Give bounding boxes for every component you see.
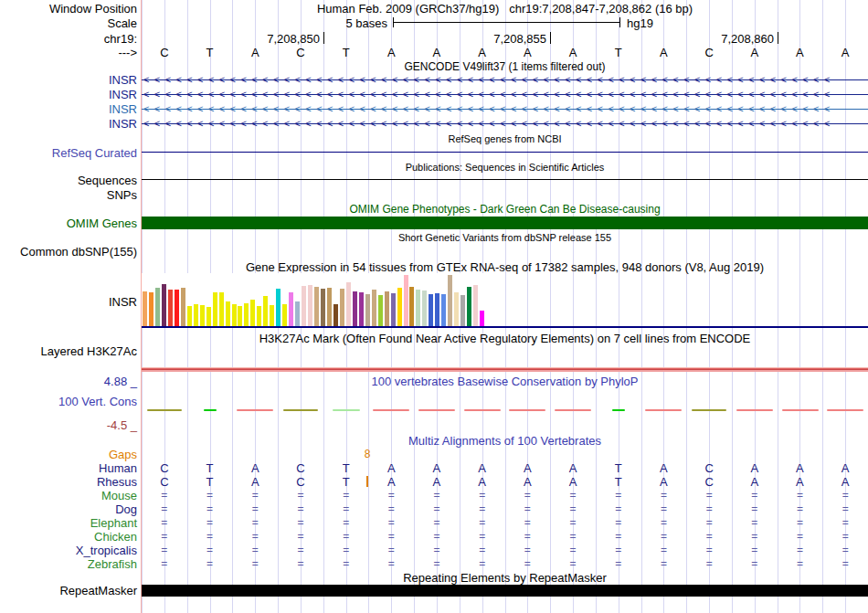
gtex-bar[interactable] — [308, 285, 312, 326]
gtex-bar[interactable] — [175, 290, 179, 326]
gtex-bar[interactable] — [143, 291, 147, 326]
multiz-gap-mark: = — [641, 502, 687, 516]
gtex-bar[interactable] — [429, 294, 433, 326]
h3k27ac-signal-band[interactable] — [142, 367, 868, 372]
gtex-bar[interactable] — [238, 306, 242, 326]
multiz-gap-mark: = — [550, 530, 596, 544]
phylop-track-label[interactable]: 100 Vert. Cons — [58, 395, 137, 408]
gencode-gene-row[interactable]: <<<<<<<<<<<<<<<<<<<<<<<<<<<<<<<<<<<<<<<<… — [142, 73, 868, 87]
gtex-bar[interactable] — [232, 304, 237, 326]
gtex-bar[interactable] — [289, 292, 293, 326]
gtex-bar[interactable] — [282, 304, 287, 326]
gtex-bar[interactable] — [333, 304, 338, 326]
multiz-gap-mark: = — [596, 530, 641, 544]
gtex-bar[interactable] — [385, 291, 389, 326]
gtex-bar[interactable] — [321, 289, 325, 326]
gencode-gene-row[interactable]: <<<<<<<<<<<<<<<<<<<<<<<<<<<<<<<<<<<<<<<<… — [142, 102, 868, 116]
gtex-bar[interactable] — [353, 291, 357, 326]
snps-track-label[interactable]: SNPs — [107, 188, 137, 202]
gtex-bar[interactable] — [250, 300, 255, 326]
gtex-bar[interactable] — [155, 288, 160, 326]
multiz-gaps-label[interactable]: Gaps — [109, 448, 137, 461]
h3k27ac-track-label[interactable]: Layered H3K27Ac — [40, 344, 137, 358]
gtex-bar[interactable] — [314, 287, 319, 326]
gtex-bar[interactable] — [346, 282, 351, 326]
multiz-species-label-dog[interactable]: Dog — [115, 502, 137, 516]
gtex-bar[interactable] — [200, 305, 205, 326]
gencode-gene-label[interactable]: INSR — [109, 102, 137, 116]
gencode-gene-row[interactable]: <<<<<<<<<<<<<<<<<<<<<<<<<<<<<<<<<<<<<<<<… — [142, 88, 868, 101]
dbsnp-track-label[interactable]: Common dbSNP(155) — [20, 245, 137, 259]
gtex-bar[interactable] — [460, 295, 465, 326]
gencode-gene-row[interactable]: <<<<<<<<<<<<<<<<<<<<<<<<<<<<<<<<<<<<<<<<… — [142, 117, 868, 131]
gtex-bar[interactable] — [181, 288, 185, 326]
gencode-gene-label[interactable]: INSR — [109, 117, 137, 131]
refseq-gene-line[interactable] — [142, 152, 868, 153]
multiz-aligned-base: A — [368, 461, 414, 475]
gtex-gene-label[interactable]: INSR — [109, 295, 137, 309]
gtex-bar[interactable] — [365, 294, 370, 326]
gtex-bar[interactable] — [480, 311, 484, 326]
gtex-bar[interactable] — [404, 275, 408, 326]
reference-base: A — [778, 46, 823, 59]
omim-genes-track-label[interactable]: OMIM Genes — [67, 217, 137, 230]
repeatmasker-element-bar[interactable] — [142, 585, 868, 597]
gtex-bar[interactable] — [206, 307, 211, 326]
multiz-species-label-mouse[interactable]: Mouse — [101, 489, 137, 502]
gtex-bar[interactable] — [391, 293, 396, 326]
gtex-bar[interactable] — [257, 306, 261, 326]
gencode-gene-label[interactable]: INSR — [109, 73, 137, 87]
gtex-bar[interactable] — [378, 295, 383, 326]
multiz-species-label-zebrafish[interactable]: Zebrafish — [88, 557, 137, 571]
gtex-bar[interactable] — [359, 292, 364, 326]
gtex-bar[interactable] — [244, 303, 249, 326]
gtex-bar[interactable] — [276, 289, 281, 326]
multiz-gap-mark: = — [460, 516, 505, 530]
gtex-bar[interactable] — [226, 301, 230, 326]
gtex-bar[interactable] — [270, 305, 274, 326]
gtex-bar[interactable] — [448, 275, 452, 326]
reference-base: A — [550, 46, 596, 59]
sequences-line[interactable] — [142, 179, 868, 180]
gtex-bar[interactable] — [372, 290, 376, 326]
gtex-bar[interactable] — [187, 306, 192, 326]
multiz-species-label-elephant[interactable]: Elephant — [90, 516, 137, 530]
gtex-bar[interactable] — [441, 294, 446, 326]
gtex-bar[interactable] — [473, 285, 478, 326]
gtex-bar[interactable] — [454, 292, 459, 326]
multiz-gap-mark: = — [778, 489, 823, 502]
gtex-bar[interactable] — [340, 289, 344, 326]
multiz-species-label-human[interactable]: Human — [99, 461, 137, 475]
gtex-bar[interactable] — [219, 292, 224, 326]
refseq-curated-track-label[interactable]: RefSeq Curated — [52, 146, 137, 160]
gtex-bar[interactable] — [409, 287, 414, 326]
gtex-bar[interactable] — [194, 304, 198, 326]
gtex-bar[interactable] — [397, 288, 402, 326]
gtex-bar[interactable] — [162, 284, 166, 326]
gencode-gene-label[interactable]: INSR — [109, 88, 137, 101]
multiz-gap-mark: = — [686, 516, 732, 530]
sequences-track-label[interactable]: Sequences — [78, 174, 137, 187]
gtex-bar[interactable] — [263, 296, 268, 326]
gtex-bar[interactable] — [422, 291, 427, 326]
multiz-aligned-base: A — [232, 461, 278, 475]
gtex-bar[interactable] — [295, 301, 300, 326]
multiz-gap-mark: = — [641, 544, 687, 557]
omim-gene-bar[interactable] — [142, 217, 868, 229]
gtex-bar[interactable] — [168, 290, 173, 326]
gtex-bar[interactable] — [302, 286, 306, 326]
repeatmasker-track-label[interactable]: RepeatMasker — [59, 584, 137, 597]
gencode-track-title: GENCODE V49lift37 (1 items filtered out) — [142, 60, 868, 74]
dbsnp-track-title: Short Genetic Variants from dbSNP releas… — [142, 231, 868, 245]
multiz-species-label-chicken[interactable]: Chicken — [94, 530, 137, 544]
gtex-bar[interactable] — [435, 293, 439, 326]
gtex-bar[interactable] — [149, 292, 153, 326]
gtex-bar[interactable] — [467, 287, 471, 326]
gtex-bar[interactable] — [327, 288, 332, 326]
multiz-species-label-x_tropicalis[interactable]: X_tropicalis — [76, 544, 137, 557]
multiz-species-label-rhesus[interactable]: Rhesus — [97, 475, 137, 489]
gtex-bar[interactable] — [213, 292, 217, 326]
assembly-title: Human Feb. 2009 (GRCh37/hg19) — [317, 2, 499, 16]
multiz-aligned-base: A — [822, 461, 868, 475]
gtex-bar[interactable] — [416, 290, 420, 326]
